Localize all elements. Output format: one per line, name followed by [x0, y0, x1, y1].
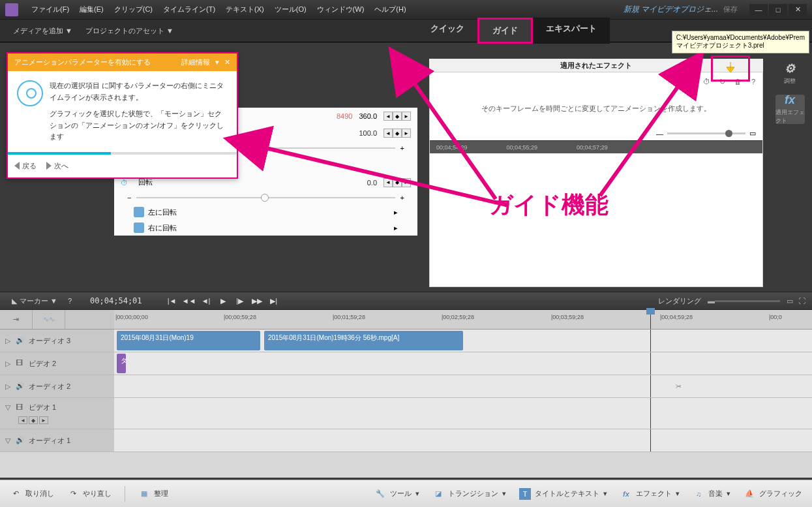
save-button[interactable]: 保存 [723, 5, 738, 14]
zoom-track[interactable] [667, 132, 745, 134]
step-back-button[interactable]: ◄| [199, 294, 213, 307]
scale-value[interactable]: 100.0 [359, 129, 377, 137]
guide-collapse-icon[interactable]: ▾ [215, 58, 219, 67]
guide-next-button[interactable]: 次へ [46, 161, 68, 171]
menu-timeline[interactable]: タイムライン(T) [158, 2, 220, 17]
next-icon[interactable]: ► [39, 416, 48, 424]
position-y[interactable]: 360.0 [359, 112, 377, 120]
annotation-label: ガイド機能 [489, 189, 609, 221]
rotate-right-label: 右に回転 [148, 223, 177, 233]
title-text-button[interactable]: T タイトルとテキスト ▾ [519, 488, 607, 500]
waveform-button[interactable]: ∿∿ [33, 310, 65, 329]
music-label: 音楽 [708, 489, 723, 499]
close-button[interactable]: ✕ [789, 4, 807, 16]
collapse-icon[interactable]: ▷ [5, 360, 12, 368]
zoom-out-icon[interactable]: — [656, 130, 663, 138]
ruler-tick: 00;04;57;29 [577, 144, 608, 151]
zoom-thumb[interactable] [725, 130, 732, 137]
applied-effects-button[interactable]: fx 適用エフェクト [775, 95, 805, 124]
zoom-slider[interactable] [715, 300, 780, 302]
rotate-right-row[interactable]: 右に回転 ▸ [114, 220, 417, 236]
effect-button[interactable]: fx エフェクト ▾ [620, 488, 680, 500]
collapse-icon[interactable]: ▷ [5, 382, 12, 391]
music-button[interactable]: ♫ 音楽 ▾ [693, 488, 730, 500]
menu-tool[interactable]: ツール(O) [269, 2, 312, 17]
fullscreen-icon[interactable]: ⛶ [798, 297, 805, 305]
tab-expert[interactable]: エキスパート [533, 18, 610, 44]
goto-start-button[interactable]: |◄ [165, 294, 179, 307]
plus-icon[interactable]: + [400, 194, 404, 202]
maximize-button[interactable]: □ [769, 4, 787, 16]
track-content[interactable] [114, 429, 812, 452]
rotate-left-row[interactable]: 左に回転 ▸ [114, 204, 417, 220]
zoom-out-icon[interactable]: ▬ [708, 297, 715, 305]
playhead-handle[interactable] [646, 308, 655, 315]
project-assets-dropdown[interactable]: プロジェクトのアセット ▼ [79, 23, 180, 38]
step-fwd-button[interactable]: |▶ [233, 294, 247, 307]
position-x[interactable]: 8490 [337, 112, 352, 120]
zoom-in-icon[interactable]: ▭ [749, 129, 756, 138]
adjust-button[interactable]: ⚙ 調整 [775, 59, 805, 88]
menu-clip[interactable]: クリップ(C) [109, 2, 158, 17]
prev-icon[interactable]: ◄ [18, 416, 27, 424]
clip[interactable]: タ [117, 354, 126, 373]
clip[interactable]: 2015年08月31日(Mon)19 [117, 331, 260, 350]
menu-edit[interactable]: 編集(E) [74, 2, 109, 17]
diamond-icon[interactable]: ◆ [29, 416, 38, 424]
stepper[interactable]: ◄◆► [383, 178, 411, 187]
menu-text[interactable]: テキスト(X) [220, 2, 269, 17]
snap-button[interactable]: ⇥ [0, 310, 33, 329]
scissors-icon[interactable]: ✂ [676, 382, 682, 391]
track-content[interactable]: 2015年08月31日(Mon)19 2015年08月31日(Mon)19時36… [114, 330, 812, 352]
track-content[interactable]: タ [114, 352, 812, 375]
rotation-value[interactable]: 0.0 [367, 179, 377, 187]
playhead[interactable] [650, 310, 651, 329]
collapse-icon[interactable]: ▷ [5, 337, 12, 345]
slider-thumb[interactable] [261, 194, 269, 202]
undo-button[interactable]: ↶ 取り消し [10, 488, 54, 500]
help-button[interactable]: ? [63, 296, 77, 306]
collapse-icon[interactable]: ▽ [5, 403, 12, 412]
stepper[interactable]: ◄◆► [383, 112, 411, 121]
graphic-button[interactable]: ⛵ グラフィック [744, 488, 802, 500]
prev-frame-button[interactable]: ◄◄ [182, 294, 196, 307]
film-icon[interactable]: 🎞 [16, 403, 25, 412]
redo-button[interactable]: ↷ やり直し [67, 488, 112, 500]
slider-track[interactable] [136, 197, 395, 198]
minimize-button[interactable]: — [749, 4, 768, 16]
add-media-dropdown[interactable]: メディアを追加 ▼ [7, 23, 79, 38]
menu-window[interactable]: ウィンドウ(W) [312, 2, 370, 17]
clip[interactable]: 2015年08月31日(Mon)19時36分 56秒.mpg[A] [264, 331, 463, 350]
next-frame-button[interactable]: ▶▶ [250, 294, 264, 307]
minus-icon[interactable]: − [127, 194, 131, 202]
tool-button[interactable]: 🔧 ツール ▾ [374, 488, 419, 500]
track-content[interactable] [114, 398, 812, 429]
marker-dropdown[interactable]: ◣ マーカー ▼ [7, 295, 63, 307]
stepper[interactable]: ◄◆► [383, 129, 411, 138]
film-icon[interactable]: 🎞 [16, 359, 25, 368]
stopwatch-icon[interactable]: ⏱ [701, 76, 712, 87]
guide-close-button[interactable]: ✕ [224, 58, 230, 67]
speaker-icon[interactable]: 🔊 [16, 336, 25, 345]
menu-help[interactable]: ヘルプ(H) [369, 2, 411, 17]
track-content[interactable]: ✂ [114, 375, 812, 397]
play-button[interactable]: ▶ [216, 294, 230, 307]
guide-detail-link[interactable]: 詳細情報 [181, 57, 210, 67]
tab-quick[interactable]: クイック [417, 18, 477, 44]
speaker-icon[interactable]: 🔊 [16, 436, 25, 445]
plus-icon[interactable]: + [400, 144, 404, 152]
render-label[interactable]: レンダリング [658, 296, 701, 306]
transition-button[interactable]: ◪ トランジション ▾ [432, 488, 506, 500]
track-label: オーディオ 3 [29, 336, 70, 346]
organize-button[interactable]: ▦ 整理 [138, 488, 168, 500]
collapse-icon[interactable]: ▽ [5, 437, 12, 445]
speaker-icon[interactable]: 🔊 [16, 382, 25, 391]
zoom-in-icon[interactable]: ▭ [787, 297, 793, 305]
stopwatch-icon[interactable]: ⏱ [121, 179, 128, 187]
menu-file[interactable]: ファイル(F) [26, 2, 74, 17]
guide-back-button[interactable]: 戻る [14, 161, 37, 171]
goto-end-button[interactable]: ▶| [267, 294, 281, 307]
eye-icon[interactable]: 👁 [685, 76, 696, 87]
tab-guide[interactable]: ガイド [477, 18, 533, 44]
timeline-ruler[interactable]: |00;00;00;00 |00;00;59;28 |00;01;59;28 |… [114, 310, 812, 329]
